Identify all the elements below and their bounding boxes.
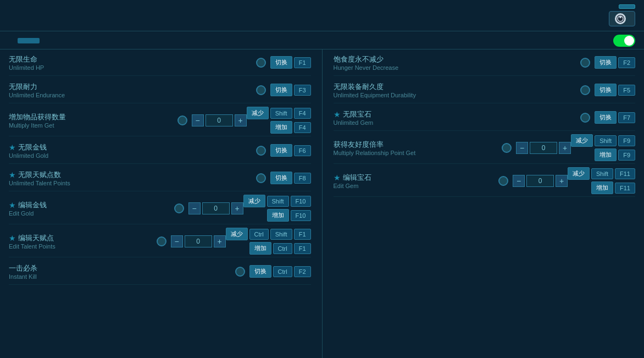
one-click-button[interactable] [18,38,40,43]
key-button-增加[interactable]: 增加 [270,121,292,134]
stepper-input[interactable] [185,235,212,247]
stepper-plus[interactable]: + [214,235,226,247]
stepper-input[interactable] [526,175,554,187]
key-button-ctrl[interactable]: Ctrl [249,229,269,240]
feature-name-cn: ★无限金钱 [9,142,252,152]
key-button-减少[interactable]: 减少 [226,228,248,240]
key-button-shift[interactable]: Shift [270,229,292,240]
key-button-增加[interactable]: 增加 [267,209,289,222]
stepper-plus[interactable]: + [556,175,568,187]
feature-toggle-circle[interactable] [256,146,266,156]
feature-info: ★无限宝石Unlimited Gem [334,109,576,126]
feature-toggle-circle[interactable] [177,115,187,125]
hotkey-toggle[interactable] [613,35,635,47]
feature-name-cn: ★编辑宝石 [334,173,495,183]
key-button-f11[interactable]: F11 [615,168,635,179]
key-button-切换[interactable]: 切换 [595,56,617,69]
header-right [604,4,635,26]
key-button-减少[interactable]: 减少 [568,167,590,180]
key-button-f8[interactable]: F8 [294,173,311,184]
key-button-f1[interactable]: F1 [294,243,311,254]
key-button-ctrl[interactable]: Ctrl [273,243,292,254]
stepper-input[interactable] [206,114,233,126]
stepper-input[interactable] [530,142,557,154]
key-button-f1[interactable]: F1 [294,229,311,240]
key-button-切换[interactable]: 切换 [270,56,292,69]
key-button-切换[interactable]: 切换 [270,172,292,184]
key-button-切换[interactable]: 切换 [270,84,292,96]
key-row: 切换F6 [270,144,311,157]
star-icon: ★ [9,170,16,179]
key-button-f2[interactable]: F2 [294,266,311,277]
key-button-f4[interactable]: F4 [294,108,311,119]
stepper: −+ [188,202,243,214]
key-button-增加[interactable]: 增加 [595,148,617,161]
feature-row: ★无限宝石Unlimited Gem切换F7 [334,104,636,131]
feature-info: 无限生命Unlimited HP [9,54,252,71]
key-button-增加[interactable]: 增加 [249,242,271,255]
stepper-input[interactable] [202,202,230,214]
feature-toggle-circle[interactable] [256,85,266,95]
feature-name-en: Instant Kill [9,273,231,280]
key-button-切换[interactable]: 切换 [249,265,271,278]
stepper-plus[interactable]: + [235,114,247,126]
feature-toggle-circle[interactable] [580,58,590,68]
key-button-切换[interactable]: 切换 [595,111,617,124]
feature-info: ★无限天赋点数Unlimited Talent Points [9,170,252,186]
feature-toggle-circle[interactable] [157,236,166,246]
mode-button[interactable] [619,4,635,9]
key-button-减少[interactable]: 减少 [243,195,265,207]
feature-info: 无限耐力Unlimited Endurance [9,82,252,98]
key-button-切换[interactable]: 切换 [595,84,617,96]
key-button-f10[interactable]: F10 [291,196,311,207]
key-button-shift[interactable]: Shift [267,196,289,207]
feature-name-en: Unlimited Gold [9,152,252,159]
key-button-shift[interactable]: Shift [270,108,292,119]
key-button-f5[interactable]: F5 [618,85,635,96]
stepper-minus[interactable]: − [192,114,204,126]
key-group: 切换F3 [270,84,311,96]
feature-toggle-circle[interactable] [235,267,245,277]
key-button-f6[interactable]: F6 [294,145,311,156]
feature-toggle-circle[interactable] [502,143,512,153]
stepper: −+ [516,142,571,154]
key-button-切换[interactable]: 切换 [270,144,292,157]
feature-name-en: Hunger Never Decrease [334,64,576,71]
key-button-减少[interactable]: 减少 [571,134,593,147]
stepper-plus[interactable]: + [231,202,243,214]
stepper-plus[interactable]: + [559,142,571,154]
feature-toggle-circle[interactable] [580,85,590,95]
feature-toggle-circle[interactable] [174,203,184,213]
feature-info: 无限装备耐久度Unlimited Equipment Durability [334,82,576,98]
stepper-minus[interactable]: − [513,175,525,187]
feature-toggle-circle[interactable] [580,113,590,123]
stepper-minus[interactable]: − [188,202,201,214]
feature-row: 无限装备耐久度Unlimited Equipment Durability切换F… [334,77,636,103]
top-section [0,31,644,49]
key-button-f2[interactable]: F2 [618,57,635,68]
key-button-shift[interactable]: Shift [595,135,617,146]
stepper-minus[interactable]: − [516,142,528,154]
key-button-增加[interactable]: 增加 [591,181,613,194]
key-button-减少[interactable]: 减少 [247,107,269,119]
feature-toggle-circle[interactable] [498,176,508,186]
stepper-minus[interactable]: − [171,235,183,247]
key-button-f4[interactable]: F4 [294,122,311,133]
key-button-shift[interactable]: Shift [591,168,613,179]
key-button-f3[interactable]: F3 [294,85,311,96]
key-button-ctrl[interactable]: Ctrl [273,266,292,277]
stepper: −+ [192,114,247,126]
key-button-f7[interactable]: F7 [618,112,635,123]
feature-toggle-circle[interactable] [256,58,266,68]
key-group: 切换F8 [270,172,311,184]
key-group: 切换F2 [595,56,635,69]
key-button-f9[interactable]: F9 [618,150,635,161]
key-row: 切换F3 [270,84,311,96]
key-button-f9[interactable]: F9 [618,135,635,146]
key-group: 切换F1 [270,56,311,69]
key-button-f11[interactable]: F11 [615,183,635,194]
feature-toggle-circle[interactable] [256,173,266,183]
key-button-f10[interactable]: F10 [291,210,311,221]
key-button-f1[interactable]: F1 [294,57,311,68]
feature-name-cn: 增加物品获得数量 [9,112,173,122]
